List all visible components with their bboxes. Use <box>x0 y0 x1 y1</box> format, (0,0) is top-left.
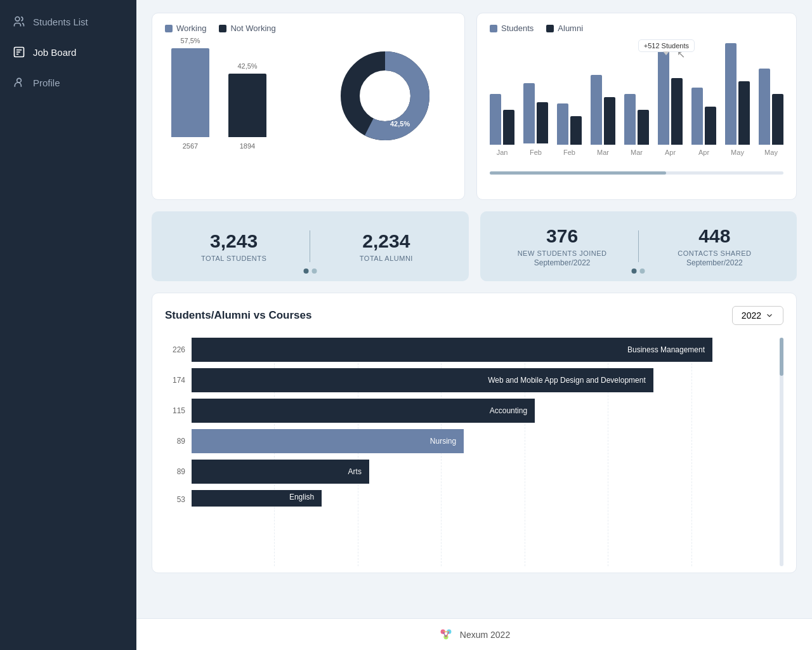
grouped-bar-area: Jan Feb <box>490 42 783 169</box>
courses-header: Students/Alumni vs Courses 2022 <box>165 306 783 325</box>
year-label: 2022 <box>742 310 761 321</box>
tooltip-text: +512 Students <box>644 42 689 50</box>
apr2-alumni-bar <box>705 107 716 145</box>
sidebar: Students List Job Board Profile <box>0 0 136 650</box>
not-working-count: 1894 <box>240 142 255 150</box>
mar-alumni-bar <box>604 97 615 145</box>
course-track-4: Nursing <box>192 429 783 453</box>
course-label-4: Nursing <box>430 437 456 446</box>
footer-brand: Nexum 2022 <box>460 630 510 640</box>
course-bar-5: Arts <box>192 460 369 484</box>
mar-label: Mar <box>597 149 609 156</box>
h-bar-container: 226 Business Management 174 Web and Mobi… <box>165 338 783 566</box>
courses-card: Students/Alumni vs Courses 2022 <box>152 293 797 573</box>
sidebar-item-job-board-label: Job Board <box>33 47 76 58</box>
svg-text:57,5%: 57,5% <box>369 78 389 86</box>
not-working-label: Not Working <box>230 23 275 33</box>
may2-label: May <box>764 149 778 156</box>
feb-label: Feb <box>530 149 542 156</box>
course-label-5: Arts <box>348 467 362 476</box>
working-pct: 57,5% <box>180 37 200 44</box>
main-content: Working Not Working 57,5% 2567 42,5% <box>136 0 812 650</box>
stat-contacts-number: 448 <box>698 225 730 247</box>
course-bar-1: Business Management <box>192 338 712 362</box>
courses-scrollbar-track[interactable] <box>780 338 783 566</box>
month-mar2: Mar <box>624 94 649 156</box>
course-row-2: 174 Web and Mobile App Design and Develo… <box>165 368 783 392</box>
edit-icon <box>13 46 25 58</box>
not-working-bar-group: 42,5% 1894 <box>228 62 266 150</box>
month-may: May <box>725 43 750 156</box>
chevron-down-icon <box>765 311 774 320</box>
stat-total-students-label: TOTAL STUDENTS <box>201 255 266 262</box>
course-row-6: 53 English <box>165 490 783 509</box>
mar-students-bar <box>591 75 602 145</box>
month-apr2: Apr <box>691 88 716 156</box>
courses-scrollbar-thumb <box>780 338 783 376</box>
month-feb: Feb <box>523 83 548 156</box>
courses-chart-wrapper: 226 Business Management 174 Web and Mobi… <box>165 338 783 566</box>
working-bar-chart: 57,5% 2567 42,5% 1894 <box>165 42 311 150</box>
users-icon <box>13 15 25 28</box>
stat-total-alumni-number: 2,234 <box>362 230 410 252</box>
dot-inactive-2 <box>640 269 645 274</box>
feb2-label: Feb <box>563 149 575 156</box>
mar2-label: Mar <box>631 149 643 156</box>
course-track-1: Business Management <box>192 338 783 362</box>
apr-alumni-bar <box>671 78 683 145</box>
left-chart-content: 57,5% 2567 42,5% 1894 <box>165 42 452 150</box>
dots-indicator-1 <box>303 269 317 274</box>
may-label: May <box>731 149 744 156</box>
month-apr: Apr <box>658 46 683 156</box>
apr2-students-bar <box>691 88 703 145</box>
sidebar-item-job-board[interactable]: Job Board <box>0 37 136 67</box>
students-label: Students <box>501 23 534 33</box>
nexum-logo <box>438 627 454 642</box>
course-label-6: English <box>289 493 314 501</box>
not-working-pct: 42,5% <box>237 62 257 70</box>
stat-total-students: 3,243 TOTAL STUDENTS <box>171 230 297 262</box>
course-val-2: 174 <box>165 376 185 385</box>
month-may2: May <box>759 69 783 156</box>
may2-alumni-bar <box>772 94 783 145</box>
course-bar-3: Accounting <box>192 399 535 423</box>
sidebar-item-profile[interactable]: Profile <box>0 67 136 98</box>
stat-contacts-label: CONTACTS SHARED <box>678 249 751 257</box>
legend-alumni: Alumni <box>546 23 583 33</box>
sidebar-item-students-list[interactable]: Students List <box>0 6 136 37</box>
dots-indicator-2 <box>632 269 645 274</box>
charts-row: Working Not Working 57,5% 2567 42,5% <box>152 13 797 200</box>
course-val-1: 226 <box>165 345 185 354</box>
course-track-2: Web and Mobile App Design and Developmen… <box>192 368 783 392</box>
course-label-1: Business Management <box>627 345 705 354</box>
month-mar: Mar <box>591 75 615 156</box>
course-bar-2: Web and Mobile App Design and Developmen… <box>192 368 653 392</box>
working-label: Working <box>176 23 206 33</box>
course-track-5: Arts <box>192 460 783 484</box>
course-row-5: 89 Arts <box>165 460 783 484</box>
feb2-alumni-bar <box>570 116 582 145</box>
course-bar-6: English <box>192 490 322 507</box>
course-val-3: 115 <box>165 406 185 415</box>
stat-divider-1 <box>310 230 310 262</box>
month-feb2: Feb <box>557 103 582 156</box>
stat-total-alumni: 2,234 TOTAL ALUMNI <box>323 230 449 262</box>
course-bar-4: Nursing <box>192 429 464 453</box>
students-tooltip: +512 Students <box>638 39 695 52</box>
stat-new-students-label: NEW STUDENTS JOINED <box>518 249 607 257</box>
stat-divider-2 <box>638 230 639 262</box>
course-val-4: 89 <box>165 437 185 446</box>
not-working-bar <box>228 74 266 137</box>
chart-scrollbar-track[interactable] <box>490 171 783 175</box>
not-working-dot <box>219 25 226 32</box>
stat-new-students-sub: September/2022 <box>534 258 591 267</box>
year-dropdown[interactable]: 2022 <box>732 306 783 325</box>
donut-chart-area: 57,5% 42,5% <box>318 45 452 147</box>
stat-total-students-number: 3,243 <box>210 230 258 252</box>
working-bar-group: 57,5% 2567 <box>171 37 209 150</box>
stat-total-alumni-label: TOTAL ALUMNI <box>360 255 413 262</box>
alumni-label: Alumni <box>558 23 583 33</box>
footer: Nexum 2022 <box>136 618 812 650</box>
sidebar-item-students-list-label: Students List <box>33 17 88 27</box>
working-count: 2567 <box>183 142 198 150</box>
